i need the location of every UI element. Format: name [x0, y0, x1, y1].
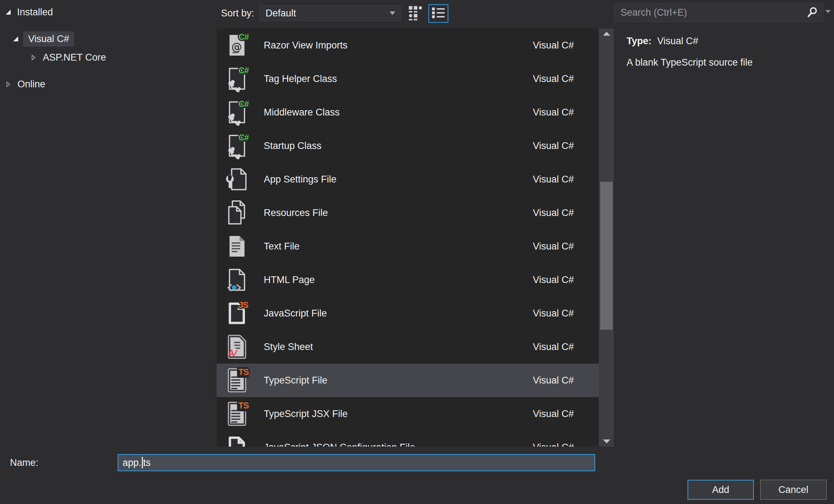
svg-text:@: @	[231, 41, 242, 53]
template-category: Visual C#	[533, 107, 599, 118]
template-name: JavaScript File	[264, 308, 533, 319]
template-category: Visual C#	[533, 408, 599, 420]
list-item-typescript-file[interactable]: TSTypeScript FileVisual C#	[217, 364, 599, 397]
json-file-icon	[225, 434, 252, 447]
add-new-item-dialog: Installed Visual C# ASP.NET Core Online …	[0, 0, 834, 504]
csclass-file-icon: C#	[225, 132, 252, 159]
tree-item-label: Online	[17, 79, 45, 90]
js-file-icon: JS	[225, 300, 252, 327]
expander-expanded-icon[interactable]	[13, 36, 18, 41]
template-name: Text File	[264, 241, 533, 252]
add-button[interactable]: Add	[688, 480, 754, 500]
search-box	[614, 3, 823, 22]
search-icon[interactable]	[807, 7, 818, 18]
template-category: Visual C#	[533, 174, 599, 185]
name-label: Name:	[10, 457, 38, 468]
template-list: @C#Razor View ImportsVisual C#C#Tag Help…	[217, 29, 599, 447]
tree-item-label: Visual C#	[23, 31, 74, 47]
csclass-file-icon: C#	[225, 99, 252, 126]
list-item-tag-helper-class[interactable]: C#Tag Helper ClassVisual C#	[217, 62, 599, 96]
list-item-style-sheet[interactable]: AStyle SheetVisual C#	[217, 330, 599, 364]
list-item-razor-view-imports[interactable]: @C#Razor View ImportsVisual C#	[217, 29, 599, 62]
template-category: Visual C#	[533, 241, 599, 252]
template-name: Razor View Imports	[264, 40, 533, 51]
scrollbar-thumb[interactable]	[600, 182, 613, 330]
svg-text:TS: TS	[238, 367, 249, 377]
razor-file-icon: @C#	[225, 32, 252, 59]
list-item-typescript-jsx-file[interactable]: TSTypeScript JSX FileVisual C#	[217, 397, 599, 431]
svg-text:C#: C#	[238, 99, 249, 109]
list-item-javascript-file[interactable]: JSJavaScript FileVisual C#	[217, 297, 599, 330]
sort-by-value: Default	[266, 8, 390, 19]
template-category: Visual C#	[533, 140, 599, 151]
scroll-down-icon[interactable]	[603, 439, 610, 443]
template-category: Visual C#	[533, 341, 599, 353]
template-name: Resources File	[264, 207, 533, 218]
template-name: JavaScript JSON Configuration File	[264, 442, 533, 447]
svg-text:C#: C#	[238, 66, 249, 75]
name-value-before-caret: app.	[123, 457, 141, 468]
type-value: Visual C#	[657, 36, 698, 46]
list-item-app-settings-file[interactable]: App Settings FileVisual C#	[217, 163, 599, 196]
expander-collapsed-icon[interactable]	[6, 81, 11, 87]
template-category: Visual C#	[533, 207, 599, 218]
template-name: Style Sheet	[264, 341, 533, 353]
medium-icons-icon	[409, 6, 423, 22]
appsettings-file-icon	[225, 166, 252, 193]
tree-item-label: Installed	[17, 7, 53, 18]
tree-item-aspnet-core[interactable]: ASP.NET Core	[31, 49, 106, 66]
template-name: TypeScript File	[264, 375, 533, 386]
scroll-up-icon[interactable]	[603, 32, 610, 36]
list-item-text-file[interactable]: Text FileVisual C#	[217, 230, 599, 263]
template-description: A blank TypeScript source file	[627, 57, 753, 68]
template-name: App Settings File	[264, 174, 533, 185]
expander-collapsed-icon[interactable]	[31, 55, 36, 61]
list-item-html-page[interactable]: HTML PageVisual C#	[217, 263, 599, 297]
list-view-icon	[432, 7, 445, 20]
svg-text:A: A	[228, 348, 235, 359]
csclass-file-icon: C#	[225, 65, 252, 92]
tree-item-online[interactable]: Online	[6, 76, 45, 92]
html-file-icon	[225, 266, 252, 293]
svg-text:C#: C#	[238, 133, 249, 142]
template-category: Visual C#	[533, 308, 599, 319]
svg-text:TS: TS	[238, 401, 249, 410]
template-category: Visual C#	[533, 73, 599, 84]
name-input[interactable]: app.ts	[118, 454, 595, 471]
template-category: Visual C#	[533, 442, 599, 447]
template-category: Visual C#	[533, 375, 599, 386]
expander-expanded-icon[interactable]	[6, 10, 11, 15]
cancel-button[interactable]: Cancel	[760, 480, 827, 500]
search-options-chevron-icon[interactable]	[825, 10, 831, 13]
template-name: Middleware Class	[264, 107, 533, 118]
template-name: Startup Class	[264, 140, 533, 151]
template-name: TypeScript JSX File	[264, 408, 533, 420]
list-item-javascript-json-configuration-file[interactable]: JavaScript JSON Configuration FileVisual…	[217, 431, 599, 447]
list-view-button[interactable]	[428, 4, 448, 23]
svg-text:C#: C#	[238, 32, 249, 42]
sort-by-dropdown[interactable]: Default	[259, 5, 401, 21]
template-type-row: Type:Visual C#	[627, 36, 698, 47]
resources-file-icon	[225, 199, 252, 226]
stylesheet-file-icon: A	[225, 333, 252, 360]
list-scrollbar[interactable]	[599, 29, 614, 447]
name-value-after-caret: ts	[143, 457, 151, 468]
svg-text:JS: JS	[238, 300, 248, 310]
template-name: HTML Page	[264, 274, 533, 286]
type-label: Type:	[627, 36, 652, 46]
sort-by-label: Sort by:	[221, 8, 254, 19]
list-item-middleware-class[interactable]: C#Middleware ClassVisual C#	[217, 96, 599, 129]
textfile-file-icon	[225, 233, 252, 260]
template-name: Tag Helper Class	[264, 73, 533, 84]
template-category: Visual C#	[533, 40, 599, 51]
list-item-startup-class[interactable]: C#Startup ClassVisual C#	[217, 129, 599, 163]
chevron-down-icon	[390, 11, 395, 15]
tree-item-visual-csharp[interactable]: Visual C#	[13, 31, 74, 47]
text-caret	[142, 457, 143, 468]
tree-item-installed[interactable]: Installed	[6, 4, 53, 20]
search-input[interactable]	[615, 7, 807, 18]
ts-file-icon: TS	[225, 367, 252, 394]
template-category: Visual C#	[533, 274, 599, 286]
list-item-resources-file[interactable]: Resources FileVisual C#	[217, 196, 599, 230]
medium-icons-view-button[interactable]	[407, 6, 425, 22]
